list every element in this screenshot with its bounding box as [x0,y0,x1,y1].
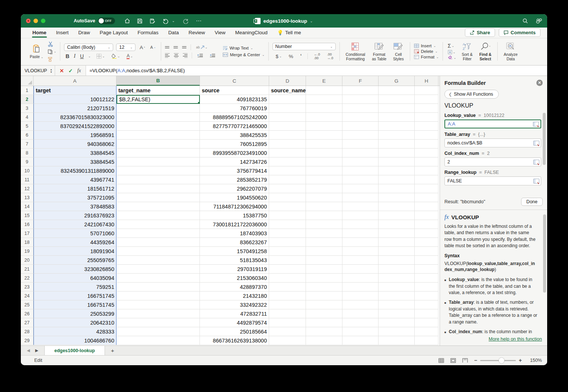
cell-H19[interactable] [415,247,438,256]
cell-B25[interactable] [117,300,200,309]
format-cells-button[interactable]: Format⌄ [414,55,439,59]
cell-E29[interactable] [306,336,342,345]
increase-decimal-icon[interactable]: ←.0.00 [313,52,321,60]
cell-E22[interactable] [306,274,342,283]
cell-H20[interactable] [415,256,438,265]
cell-C16[interactable]: 730018121722036000 [200,220,269,229]
cell-H4[interactable] [415,113,438,122]
cell-C14[interactable]: 711848712306294000 [200,202,269,211]
add-sheet-button[interactable]: + [105,346,120,355]
row-header-27[interactable]: 27 [21,318,33,327]
row-header-15[interactable]: 15 [21,211,33,220]
cell-B23[interactable] [117,283,200,291]
orientation-icon[interactable]: ab⌄ [195,45,209,49]
font-color-icon[interactable]: A⌄ [125,54,134,59]
normal-view-icon[interactable] [438,357,444,363]
page-layout-view-icon[interactable] [450,357,456,363]
formula-input[interactable]: =VLOOKUP(A:A,nodes.csv!$A:$B,2,FALSE) [86,66,547,76]
cell-D21[interactable] [269,265,306,274]
account-icon[interactable] [535,17,542,24]
cell-G4[interactable] [379,113,415,122]
cell-H11[interactable] [415,175,438,184]
align-center-icon[interactable] [174,53,179,58]
cell-E20[interactable] [306,256,342,265]
cell-D27[interactable] [269,318,306,327]
cell-C4[interactable]: 888895671025242000 [200,113,269,122]
cell-C26[interactable]: 472832711 [200,309,269,318]
wrap-text-button[interactable]: Wrap Text⌄ [223,46,265,50]
row-header-12[interactable]: 12 [21,184,33,193]
table-array-input[interactable]: nodes.csv!$A:$B [444,138,541,147]
decrease-indent-icon[interactable] [196,53,204,58]
row-header-2[interactable]: 2 [21,95,33,104]
cell-E2[interactable] [306,95,342,104]
cell-H25[interactable] [415,300,438,309]
cell-B16[interactable] [117,220,200,229]
sheet-tab-active[interactable]: edges1000-lookup [44,346,105,355]
cell-H13[interactable] [415,193,438,202]
cell-F22[interactable] [342,274,379,283]
cell-B18[interactable] [117,238,200,247]
row-header-3[interactable]: 3 [21,104,33,113]
cell-D4[interactable] [269,113,306,122]
cell-F12[interactable] [342,184,379,193]
cell-G15[interactable] [379,211,415,220]
cell-C21[interactable]: 2970319119 [200,265,269,274]
cell-F29[interactable] [342,336,379,345]
tab-page-layout[interactable]: Page Layout [95,28,133,38]
cell-E3[interactable] [306,104,342,113]
cell-E6[interactable] [306,131,342,140]
merge-center-button[interactable]: Merge & Center⌄ [223,52,265,57]
undo-chevron-icon[interactable]: ⌄ [170,17,177,24]
cell-B14[interactable] [117,202,200,211]
cell-H24[interactable] [415,291,438,300]
clear-icon[interactable]: ⌄ [447,55,457,60]
cell-G6[interactable] [379,131,415,140]
italic-button[interactable]: I [74,53,76,59]
row-header-26[interactable]: 26 [21,309,33,318]
column-header-E[interactable]: E [306,76,342,86]
cell-E21[interactable] [306,265,342,274]
cell-D28[interactable] [269,327,306,336]
cell-G29[interactable] [379,336,415,345]
page-break-view-icon[interactable] [462,357,468,363]
cell-C7[interactable]: 760512895 [200,140,269,149]
row-header-4[interactable]: 4 [21,113,33,122]
select-all-corner[interactable] [21,76,33,86]
cell-B7[interactable] [117,140,200,149]
align-left-icon[interactable] [165,53,170,58]
cell-B17[interactable] [117,229,200,238]
cell-D2[interactable] [269,95,306,104]
cell-B21[interactable] [117,265,200,274]
cell-D26[interactable] [269,309,306,318]
cell-G12[interactable] [379,184,415,193]
row-header-14[interactable]: 14 [21,202,33,211]
cell-C8[interactable]: 899395587023491000 [200,149,269,157]
cell-F27[interactable] [342,318,379,327]
copy-button[interactable]: ⌄ [48,49,56,54]
cell-B9[interactable] [117,157,200,166]
cell-B12[interactable] [117,184,200,193]
cell-D15[interactable] [269,211,306,220]
cell-B22[interactable] [117,274,200,283]
share-button[interactable]: Share [465,28,495,37]
cell-E27[interactable] [306,318,342,327]
cell-F19[interactable] [342,247,379,256]
cell-G23[interactable] [379,283,415,291]
tab-review[interactable]: Review [184,28,210,38]
percent-format-icon[interactable]: % [288,54,294,59]
cell-A27[interactable]: 20642310 [33,318,117,327]
cell-E25[interactable] [306,300,342,309]
row-header-23[interactable]: 23 [21,283,33,291]
cell-H8[interactable] [415,149,438,157]
cell-E7[interactable] [306,140,342,149]
insert-cells-button[interactable]: Insert⌄ [414,44,439,48]
cell-F23[interactable] [342,283,379,291]
cell-E11[interactable] [306,175,342,184]
cell-C12[interactable]: 2962207079 [200,184,269,193]
cell-D20[interactable] [269,256,306,265]
column-header-F[interactable]: F [342,76,379,86]
cell-C20[interactable]: 518135043 [200,256,269,265]
cell-A10[interactable]: 832453901311889000 [33,166,117,175]
tab-insert[interactable]: Insert [51,28,74,38]
